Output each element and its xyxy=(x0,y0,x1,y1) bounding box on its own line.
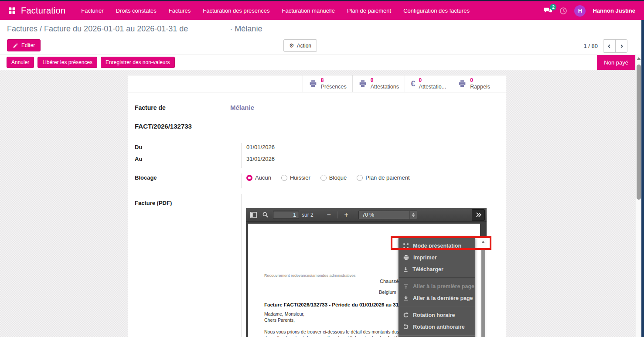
search-icon xyxy=(262,211,269,218)
zoom-level-select[interactable]: 70 % xyxy=(358,211,417,219)
control-panel: Factures / Facture du 2026-01-01 au 2026… xyxy=(0,20,635,54)
breadcrumb-suffix: · Mélanie xyxy=(230,24,262,33)
select-spinner-icon xyxy=(409,211,417,219)
find-button[interactable] xyxy=(259,209,271,220)
pdf-text-body1: Nous vous prions de trouver ci-dessous l… xyxy=(264,329,421,334)
radio-aucun[interactable]: Aucun xyxy=(246,174,271,181)
nav-item-facturation-presences[interactable]: Facturation des présences xyxy=(197,1,276,20)
stat-label: Attestatio... xyxy=(419,84,446,90)
pdf-text-salutation1: Madame, Monsieur, xyxy=(264,311,304,317)
nav-item-plan-de-paiement[interactable]: Plan de paiement xyxy=(341,1,397,20)
invoice-reference: FACT/2026/132733 xyxy=(135,123,506,130)
top-menu: Facturier Droits constatés Factures Fact… xyxy=(75,1,476,20)
scroll-up-arrow-icon[interactable] xyxy=(637,57,641,60)
au-label: Au xyxy=(135,155,242,168)
chevron-right-icon xyxy=(619,43,624,49)
radio-button[interactable] xyxy=(281,175,287,181)
scrollbar-thumb[interactable] xyxy=(637,65,641,200)
pdf-text-header: Recouvrement redevances/amendes administ… xyxy=(264,273,356,278)
release-presences-button[interactable]: Libérer les présences xyxy=(37,57,97,68)
radio-button[interactable] xyxy=(357,175,363,181)
menu-item-label: Mode présentation xyxy=(413,243,461,249)
breadcrumb-parent[interactable]: Factures xyxy=(7,24,37,33)
pager-previous-button[interactable] xyxy=(603,40,615,52)
stat-label: Attestations xyxy=(371,84,399,90)
printer-icon xyxy=(403,255,409,261)
stat-button-rappels[interactable]: 0 Rappels xyxy=(452,75,496,92)
stat-label: Rappels xyxy=(470,84,490,90)
status-badge[interactable]: Non payé xyxy=(597,55,635,70)
partner-link[interactable]: Mélanie xyxy=(230,104,254,111)
last-page-icon xyxy=(403,295,409,301)
first-page-icon xyxy=(403,283,409,289)
cancel-button[interactable]: Annuler xyxy=(7,57,34,68)
pdf-text-salutation2: Chers Parents, xyxy=(264,317,295,323)
action-button[interactable]: ⚙ Action xyxy=(283,39,317,52)
sidebar-toggle-button[interactable] xyxy=(248,209,259,220)
register-non-values-button[interactable]: Enregistrer des non-valeurs xyxy=(101,57,174,68)
radio-button-selected[interactable] xyxy=(246,175,252,181)
pdf-viewer-scrollbar[interactable] xyxy=(480,238,487,337)
menu-item-last-page[interactable]: Aller à la dernière page xyxy=(399,292,475,304)
gear-icon: ⚙ xyxy=(289,42,294,49)
zoom-in-button[interactable]: + xyxy=(341,209,352,220)
menu-item-rotate-cw[interactable]: Rotation horaire xyxy=(399,309,475,321)
breadcrumb-separator: / xyxy=(40,24,42,33)
nav-item-facturier[interactable]: Facturier xyxy=(75,1,109,20)
facture-pdf-label: Facture (PDF) xyxy=(135,194,242,337)
menu-item-label: Rotation antihoraire xyxy=(413,324,465,330)
rotate-ccw-icon xyxy=(403,324,409,330)
radio-label: Plan de paiement xyxy=(365,174,409,181)
menu-item-print[interactable]: Imprimer xyxy=(399,252,475,263)
sidebar-toggle-icon xyxy=(250,211,257,218)
radio-plan-de-paiement[interactable]: Plan de paiement xyxy=(357,174,409,181)
radio-huissier[interactable]: Huissier xyxy=(281,174,310,181)
stat-button-attestations[interactable]: 0 Attestations xyxy=(352,75,405,92)
page-count-label: sur 2 xyxy=(302,212,313,218)
zoom-out-button[interactable]: − xyxy=(323,209,335,220)
page-scrollbar[interactable] xyxy=(635,54,641,337)
menu-item-rotate-ccw[interactable]: Rotation antihoraire xyxy=(399,321,475,333)
blocage-label: Blocage xyxy=(135,174,242,188)
user-name[interactable]: Hannon Justine xyxy=(593,7,635,14)
action-button-label: Action xyxy=(297,43,311,49)
nav-item-configuration-factures[interactable]: Configuration des factures xyxy=(397,1,476,20)
printer-icon xyxy=(309,80,317,88)
breadcrumb-current: Facture du 2026-01-01 au 2026-01-31 de xyxy=(44,24,188,33)
stat-value: 0 xyxy=(419,78,446,83)
menu-item-label: Aller à la dernière page xyxy=(413,295,473,301)
nav-item-factures[interactable]: Factures xyxy=(163,1,197,20)
presentation-mode-icon xyxy=(403,243,409,249)
secondary-toolbar-toggle-button[interactable] xyxy=(472,209,485,221)
radio-bloque[interactable]: Bloqué xyxy=(320,174,347,181)
user-avatar[interactable]: H xyxy=(574,5,586,17)
form-sheet: 8 Présences 0 Attestations € 0 Attestati… xyxy=(128,75,506,337)
apps-menu-button[interactable] xyxy=(6,5,17,17)
pdf-viewer-body: Recouvrement redevances/amendes administ… xyxy=(246,222,487,337)
menu-item-label: Imprimer xyxy=(413,255,437,261)
stat-button-presences[interactable]: 8 Présences xyxy=(303,75,352,92)
page-number-input[interactable] xyxy=(273,211,299,219)
apps-grid-icon xyxy=(8,7,16,14)
menu-item-download[interactable]: Télécharger xyxy=(399,263,475,275)
stat-button-attestations-fiscales[interactable]: € 0 Attestatio... xyxy=(405,75,452,92)
pager-next-button[interactable] xyxy=(615,40,627,52)
double-chevron-right-icon xyxy=(475,211,482,218)
au-value: 31/01/2026 xyxy=(242,155,506,168)
pdf-secondary-toolbar: Mode présentation Imprimer Télécharger xyxy=(399,238,475,337)
scroll-up-arrow-icon[interactable] xyxy=(481,241,485,243)
nav-item-facturation-manuelle[interactable]: Facturation manuelle xyxy=(276,1,341,20)
nav-item-droits-constates[interactable]: Droits constatés xyxy=(110,1,163,20)
printer-icon xyxy=(458,80,467,88)
messages-button[interactable]: 2 xyxy=(543,7,552,14)
activities-button[interactable] xyxy=(559,7,567,15)
menu-item-presentation-mode[interactable]: Mode présentation xyxy=(399,240,475,252)
scrollbar-thumb[interactable] xyxy=(481,248,485,337)
app-title[interactable]: Facturation xyxy=(21,6,65,16)
radio-button[interactable] xyxy=(320,175,327,181)
menu-separator xyxy=(399,335,475,336)
euro-icon: € xyxy=(411,79,416,89)
du-label: Du xyxy=(135,143,242,155)
stat-value: 8 xyxy=(321,78,347,83)
edit-button[interactable]: Editer xyxy=(7,39,41,51)
